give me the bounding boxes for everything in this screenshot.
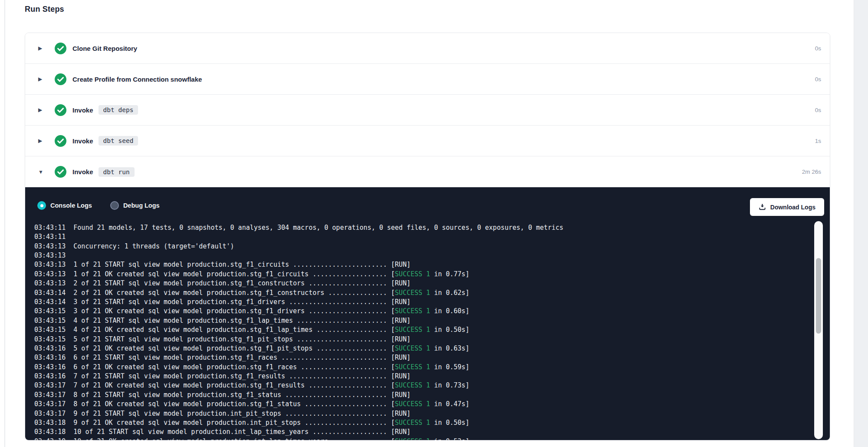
step-label: Clone Git Repository	[72, 45, 137, 52]
log-line: 03:43:18 10 of 21 START sql view model p…	[34, 427, 802, 437]
chevron-down-icon[interactable]: ▼	[38, 169, 48, 175]
log-line: 03:43:13 Concurrency: 1 threads (target=…	[34, 242, 802, 251]
log-line: 03:43:15 4 of 21 OK created sql view mod…	[34, 325, 802, 334]
log-line: 03:43:13 1 of 21 OK created sql view mod…	[34, 270, 802, 279]
run-step-row-invoke-dbt-run[interactable]: ▼Invokedbt run2m 26s	[25, 156, 830, 187]
step-duration: 0s	[815, 45, 830, 52]
radio-selected-icon[interactable]	[37, 201, 46, 210]
run-step-row-clone-git-repository[interactable]: ▶Clone Git Repository0s	[25, 33, 830, 64]
command-badge: dbt run	[99, 167, 135, 177]
log-line: 03:43:17 9 of 21 START sql view model pr…	[34, 409, 802, 418]
log-line: 03:43:15 5 of 21 START sql view model pr…	[34, 335, 802, 344]
run-steps-list: ▶Clone Git Repository0s▶Create Profile f…	[25, 33, 830, 187]
run-step-row-create-profile-from-connection-snowflake[interactable]: ▶Create Profile from Connection snowflak…	[25, 64, 830, 95]
success-check-icon	[55, 166, 66, 178]
step-label: Create Profile from Connection snowflake	[72, 76, 202, 83]
log-type-radio-group: Console LogsDebug Logs	[37, 201, 178, 210]
tab-label: Console Logs	[50, 202, 92, 209]
tab-debug-logs[interactable]: Debug Logs	[110, 201, 160, 210]
log-line: 03:43:16 6 of 21 START sql view model pr…	[34, 353, 802, 362]
log-line: 03:43:17 7 of 21 OK created sql view mod…	[34, 381, 802, 390]
chevron-right-icon[interactable]: ▶	[38, 76, 48, 82]
log-line: 03:43:16 5 of 21 OK created sql view mod…	[34, 344, 802, 353]
run-steps-card: ▶Clone Git Repository0s▶Create Profile f…	[25, 33, 830, 440]
success-status: SUCCESS 1	[395, 437, 430, 440]
success-status: SUCCESS 1	[395, 326, 430, 334]
log-lines: 03:43:11 Found 21 models, 17 tests, 0 sn…	[34, 223, 802, 440]
log-line: 03:43:15 4 of 21 START sql view model pr…	[34, 316, 802, 325]
step-label: Invoke	[72, 168, 93, 175]
step-duration: 0s	[815, 76, 830, 83]
run-step-row-invoke-dbt-deps[interactable]: ▶Invokedbt deps0s	[25, 95, 830, 126]
command-badge: dbt seed	[99, 136, 138, 146]
success-status: SUCCESS 1	[395, 363, 430, 371]
success-check-icon	[55, 104, 66, 116]
log-line: 03:43:11	[34, 232, 802, 242]
tab-label: Debug Logs	[123, 202, 160, 209]
run-step-row-invoke-dbt-seed[interactable]: ▶Invokedbt seed1s	[25, 126, 830, 156]
log-line: 03:43:17 8 of 21 START sql view model pr…	[34, 391, 802, 400]
log-line: 03:43:16 7 of 21 START sql view model pr…	[34, 372, 802, 381]
chevron-right-icon[interactable]: ▶	[38, 138, 48, 143]
log-line: 03:43:11 Found 21 models, 17 tests, 0 sn…	[34, 223, 802, 232]
page-title: Run Steps	[25, 5, 64, 14]
success-status: SUCCESS 1	[395, 419, 430, 427]
console-scrollbar-thumb[interactable]	[816, 258, 821, 334]
success-status: SUCCESS 1	[395, 289, 430, 297]
log-line: 03:43:13	[34, 251, 802, 260]
right-panel-strip	[854, 0, 868, 447]
chevron-right-icon[interactable]: ▶	[38, 46, 48, 51]
tab-console-logs[interactable]: Console Logs	[37, 201, 92, 210]
page-left-divider	[4, 0, 5, 447]
step-duration: 1s	[815, 138, 830, 144]
step-label: Invoke	[72, 106, 93, 114]
step-label: Invoke	[72, 137, 93, 145]
success-status: SUCCESS 1	[395, 307, 430, 315]
success-check-icon	[55, 135, 66, 147]
success-status: SUCCESS 1	[395, 344, 430, 352]
success-status: SUCCESS 1	[395, 270, 430, 278]
success-status: SUCCESS 1	[395, 400, 430, 408]
console-scrollbar[interactable]	[814, 221, 823, 439]
step-duration: 0s	[815, 107, 830, 113]
log-line: 03:43:18 9 of 21 OK created sql view mod…	[34, 418, 802, 427]
log-line: 03:43:13 1 of 21 START sql view model pr…	[34, 260, 802, 269]
success-status: SUCCESS 1	[395, 381, 430, 389]
success-check-icon	[55, 43, 66, 54]
command-badge: dbt deps	[99, 105, 138, 115]
console-panel: Console LogsDebug Logs Download Logs 03:…	[25, 187, 830, 440]
log-line: 03:43:19 10 of 21 OK created sql view mo…	[34, 437, 802, 440]
log-line: 03:43:13 2 of 21 START sql view model pr…	[34, 279, 802, 288]
chevron-right-icon[interactable]: ▶	[38, 107, 48, 113]
log-line: 03:43:14 2 of 21 OK created sql view mod…	[34, 288, 802, 298]
log-line: 03:43:17 8 of 21 OK created sql view mod…	[34, 400, 802, 409]
radio-unselected-icon[interactable]	[110, 201, 119, 210]
log-line: 03:43:16 6 of 21 OK created sql view mod…	[34, 363, 802, 372]
log-line: 03:43:14 3 of 21 START sql view model pr…	[34, 298, 802, 307]
log-line: 03:43:15 3 of 21 OK created sql view mod…	[34, 307, 802, 316]
console-log-output: 03:43:11 Found 21 models, 17 tests, 0 sn…	[34, 209, 802, 440]
success-check-icon	[55, 73, 66, 85]
step-duration: 2m 26s	[802, 169, 830, 175]
